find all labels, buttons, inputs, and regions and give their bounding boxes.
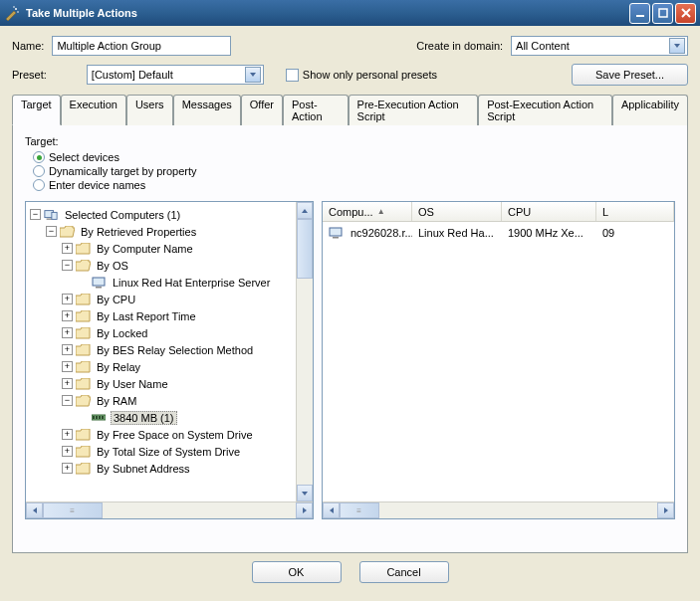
- expand-icon[interactable]: +: [62, 361, 73, 372]
- tab-post-exec-script[interactable]: Post-Execution Action Script: [478, 95, 612, 125]
- folder-icon: [76, 377, 92, 390]
- close-button[interactable]: [675, 3, 696, 24]
- expand-icon[interactable]: +: [62, 294, 73, 304]
- svg-point-2: [13, 6, 15, 8]
- window-title: Take Multiple Actions: [26, 7, 629, 19]
- svg-rect-4: [659, 9, 667, 17]
- expand-icon[interactable]: +: [62, 378, 73, 389]
- tree-node[interactable]: By User Name: [95, 378, 170, 390]
- col-last[interactable]: L: [596, 202, 674, 221]
- folder-icon: [76, 343, 92, 356]
- tree-node[interactable]: By OS: [95, 260, 130, 272]
- domain-select[interactable]: All Content: [511, 36, 688, 56]
- collapse-icon[interactable]: −: [30, 209, 41, 220]
- scroll-left-icon[interactable]: [323, 502, 340, 518]
- scroll-thumb[interactable]: ≡: [43, 502, 103, 518]
- col-cpu[interactable]: CPU: [502, 202, 596, 221]
- scroll-left-icon[interactable]: [26, 502, 43, 518]
- window-buttons: [629, 3, 696, 24]
- domain-label: Create in domain:: [416, 40, 503, 52]
- svg-rect-7: [52, 212, 57, 219]
- chevron-down-icon[interactable]: [669, 38, 685, 54]
- show-personal-label: Show only personal presets: [303, 69, 437, 81]
- cell-os: Linux Red Ha...: [412, 225, 502, 241]
- tree-node[interactable]: By Last Report Time: [95, 310, 198, 322]
- tree-hscroll[interactable]: ≡: [26, 501, 313, 518]
- tree-node[interactable]: By Locked: [95, 327, 149, 339]
- tree-node[interactable]: By Subnet Address: [95, 463, 192, 475]
- tree-node[interactable]: By Total Size of System Drive: [95, 446, 242, 458]
- tree-node[interactable]: By Free Space on System Drive: [95, 429, 255, 441]
- tab-users[interactable]: Users: [126, 95, 173, 125]
- tree-leaf[interactable]: Linux Red Hat Enterprise Server: [111, 277, 272, 289]
- save-preset-button[interactable]: Save Preset...: [572, 64, 688, 86]
- chevron-down-icon[interactable]: [245, 67, 261, 83]
- table-pane: Compu...▲ OS CPU L nc926028.r... Linux R…: [322, 201, 675, 519]
- tree-node[interactable]: By CPU: [95, 294, 137, 305]
- tab-offer[interactable]: Offer: [241, 95, 283, 125]
- tree-node[interactable]: By RAM: [95, 395, 138, 407]
- collapse-icon[interactable]: −: [62, 395, 73, 406]
- collapse-icon[interactable]: −: [46, 226, 57, 237]
- tabs: Target Execution Users Messages Offer Po…: [12, 94, 688, 125]
- expand-icon[interactable]: +: [62, 429, 73, 440]
- tab-pre-exec-script[interactable]: Pre-Execution Action Script: [349, 95, 479, 125]
- table-hscroll[interactable]: ≡: [323, 501, 674, 518]
- scroll-thumb[interactable]: [297, 219, 313, 279]
- svg-rect-16: [333, 237, 339, 239]
- expand-icon[interactable]: +: [62, 463, 73, 474]
- folder-open-icon: [60, 225, 76, 238]
- scroll-right-icon[interactable]: [296, 502, 313, 518]
- minimize-button[interactable]: [629, 3, 650, 24]
- tree-node[interactable]: By Retrieved Properties: [79, 226, 198, 238]
- tab-execution[interactable]: Execution: [61, 95, 126, 125]
- tree-vscroll[interactable]: [296, 202, 313, 501]
- folder-open-icon: [76, 259, 92, 272]
- ok-button[interactable]: OK: [252, 561, 342, 583]
- tab-applicability[interactable]: Applicability: [612, 95, 688, 125]
- radio-label: Enter device names: [49, 179, 145, 191]
- radio-icon: [33, 165, 45, 177]
- folder-icon: [76, 242, 92, 255]
- target-panel: Target: Select devices Dynamically targe…: [12, 125, 688, 553]
- col-os[interactable]: OS: [412, 202, 502, 221]
- folder-icon: [76, 462, 92, 475]
- radio-dynamic[interactable]: Dynamically target by property: [33, 165, 675, 177]
- radio-select-devices[interactable]: Select devices: [33, 151, 675, 163]
- scroll-up-icon[interactable]: [297, 202, 313, 219]
- scroll-thumb[interactable]: ≡: [340, 502, 379, 518]
- computer-icon: [329, 227, 345, 240]
- table-body[interactable]: nc926028.r... Linux Red Ha... 1900 MHz X…: [323, 222, 674, 501]
- tree-leaf[interactable]: 3840 MB (1): [111, 411, 177, 425]
- scroll-right-icon[interactable]: [657, 502, 674, 518]
- table-row[interactable]: nc926028.r... Linux Red Ha... 1900 MHz X…: [323, 224, 674, 242]
- col-computer[interactable]: Compu...▲: [323, 202, 412, 221]
- titlebar: Take Multiple Actions: [0, 0, 700, 26]
- expand-icon[interactable]: +: [62, 446, 73, 457]
- preset-select[interactable]: [Custom] Default: [87, 65, 264, 85]
- tab-target[interactable]: Target: [12, 95, 61, 125]
- radio-enter-names[interactable]: Enter device names: [33, 179, 675, 191]
- collapse-icon[interactable]: −: [62, 260, 73, 271]
- maximize-button[interactable]: [652, 3, 673, 24]
- tab-post-action[interactable]: Post-Action: [283, 95, 349, 125]
- expand-icon[interactable]: +: [62, 243, 73, 254]
- cancel-button[interactable]: Cancel: [359, 561, 449, 583]
- show-personal-checkbox[interactable]: Show only personal presets: [286, 69, 437, 82]
- expand-icon[interactable]: +: [62, 310, 73, 321]
- svg-rect-6: [47, 218, 52, 219]
- preset-label: Preset:: [12, 69, 47, 81]
- tree-node[interactable]: By Computer Name: [95, 243, 195, 255]
- expand-icon[interactable]: +: [62, 344, 73, 355]
- tab-messages[interactable]: Messages: [173, 95, 241, 125]
- tree[interactable]: − Selected Computers (1) − By Retrieved …: [26, 202, 296, 501]
- dialog-footer: OK Cancel: [12, 561, 688, 583]
- tree-node[interactable]: By Relay: [95, 361, 142, 373]
- expand-icon[interactable]: +: [62, 327, 73, 338]
- name-input[interactable]: [52, 36, 231, 56]
- scroll-down-icon[interactable]: [297, 485, 313, 501]
- radio-label: Select devices: [49, 151, 119, 163]
- tree-node[interactable]: By BES Relay Selection Method: [95, 344, 255, 356]
- svg-rect-13: [99, 416, 101, 419]
- tree-root[interactable]: Selected Computers (1): [63, 209, 182, 221]
